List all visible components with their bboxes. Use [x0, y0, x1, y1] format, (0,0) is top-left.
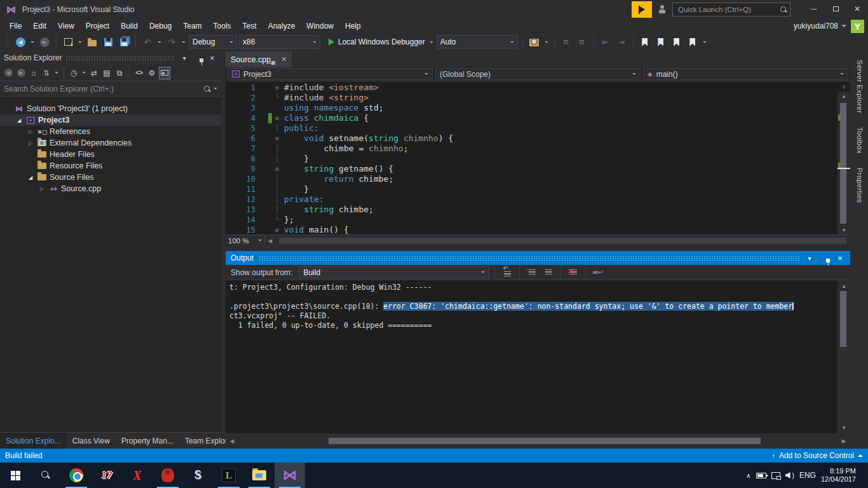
code-line-12[interactable]: 12│private:	[226, 194, 837, 205]
code-line-8[interactable]: 8│ }	[226, 154, 837, 164]
document-tab[interactable]: Source.cpp ✕	[226, 51, 292, 67]
show-hidden-icons[interactable]: ∧	[746, 472, 750, 479]
outdent-button[interactable]: ⇤	[599, 35, 613, 49]
output-line[interactable]: 1 failed, 0 up-to-date, 0 skipped ======…	[229, 321, 836, 330]
find-in-files-button[interactable]	[527, 35, 541, 49]
collapse-all-icon[interactable]: ▤	[101, 67, 112, 79]
outline-margin[interactable]: ⊟	[272, 113, 282, 123]
new-project-button[interactable]	[61, 35, 75, 49]
code-line-3[interactable]: 3using namespace std;	[226, 103, 837, 113]
start-button[interactable]	[0, 463, 31, 488]
tree-item-source-cpp[interactable]: ▷++Source.cpp	[0, 183, 221, 194]
home-icon[interactable]: ⌂	[28, 67, 39, 79]
scroll-up-icon[interactable]: ▲	[837, 281, 850, 290]
feedback-icon[interactable]	[658, 4, 668, 14]
code-line-9[interactable]: 9⊟ string getname() {	[226, 164, 837, 174]
toggle-word-wrap-icon[interactable]: ab↵	[591, 266, 605, 279]
scrollbar-thumb[interactable]	[329, 438, 761, 444]
quick-launch-input[interactable]	[678, 6, 780, 13]
project-combo[interactable]: + Project3	[227, 68, 433, 80]
notifications-flag-button[interactable]	[632, 1, 652, 18]
battery-icon[interactable]	[756, 473, 766, 478]
visual-studio[interactable]: ⋈	[275, 463, 305, 488]
back-icon[interactable]: ◀	[3, 67, 14, 79]
next-bookmark-button[interactable]: ▶	[670, 35, 684, 49]
redo-dropdown[interactable]	[180, 41, 187, 43]
chrome[interactable]	[61, 463, 92, 488]
tree-item-resource-files[interactable]: Resource Files	[0, 160, 221, 172]
sync-with-active-document-icon[interactable]: ⇄	[88, 67, 100, 79]
uncomment-button[interactable]: ⧉	[575, 35, 589, 49]
s-app[interactable]: S	[183, 463, 214, 488]
scope-combo[interactable]: (Global Scope)	[435, 68, 641, 80]
undo-dropdown[interactable]	[156, 41, 163, 43]
navigate-forward-button[interactable]: ▶	[37, 35, 51, 49]
tree-item-project3[interactable]: ◢+Project3	[0, 114, 221, 126]
red-mascot-app[interactable]	[153, 463, 183, 488]
scroll-down-icon[interactable]: ▼	[837, 423, 850, 432]
code-line-4[interactable]: 4⊟class chimdaica {	[226, 113, 837, 123]
app-17[interactable]: 17	[92, 463, 122, 488]
start-debugging-dropdown[interactable]	[428, 41, 435, 43]
navigate-back-dropdown[interactable]	[29, 41, 36, 43]
collapse-icon[interactable]: ◢	[15, 118, 23, 123]
clear-all-icon[interactable]: ✕	[566, 266, 580, 279]
close-button[interactable]: ✕	[846, 0, 868, 18]
panel-tab-class-view[interactable]: Class View	[67, 433, 116, 449]
member-combo[interactable]: ◈ main()	[643, 68, 848, 80]
output-panel-header[interactable]: Output ▾ ✕	[226, 251, 850, 265]
scroll-right-icon[interactable]: ▶	[839, 438, 849, 444]
scroll-left-icon[interactable]: ◀	[265, 238, 275, 244]
pending-changes-dropdown[interactable]	[81, 72, 87, 74]
solution-explorer-search[interactable]	[0, 81, 221, 97]
search-button[interactable]	[31, 463, 61, 488]
solution-explorer-header[interactable]: Solution Explorer ▾ ✕	[0, 51, 221, 65]
output-line[interactable]	[229, 292, 836, 302]
window-position-icon[interactable]: ▾	[179, 55, 189, 62]
side-tab-properties[interactable]: Properties	[856, 168, 864, 203]
split-editor-handle[interactable]: ↕	[837, 81, 850, 92]
side-tab-server-explorer[interactable]: Server Explorer	[856, 60, 864, 113]
toggle-bookmark-button[interactable]	[638, 35, 652, 49]
editor-horizontal-scrollbar[interactable]: 100 % ◀	[226, 234, 850, 246]
find-in-files-dropdown[interactable]	[543, 41, 550, 43]
scrollbar-thumb[interactable]	[279, 238, 846, 244]
panel-tab-solution-explo-[interactable]: Solution Explo...	[0, 433, 67, 449]
tree-item-references[interactable]: ▷References	[0, 126, 221, 137]
code-line-7[interactable]: 7│ chimbe = chimnho;	[226, 144, 837, 154]
quick-launch-box[interactable]	[672, 3, 790, 17]
menu-analyze[interactable]: Analyze	[262, 19, 301, 33]
scroll-down-icon[interactable]: ▼	[837, 226, 850, 234]
auto-combo[interactable]: Auto	[437, 35, 518, 49]
start-debugging-button[interactable]: Local Windows Debugger	[327, 35, 426, 49]
league-of-legends[interactable]: L	[214, 463, 244, 488]
close-icon[interactable]: ✕	[207, 55, 217, 62]
view-code-icon[interactable]: <>	[133, 67, 145, 79]
scrollbar-thumb[interactable]	[840, 103, 846, 224]
user-account[interactable]: yukiyudai708	[794, 19, 846, 33]
search-dropdown[interactable]	[214, 88, 217, 90]
panel-tab-property-man-[interactable]: Property Man...	[116, 433, 179, 449]
switch-views-icon[interactable]: ⇅	[41, 67, 52, 79]
outline-margin[interactable]: ⊟	[272, 133, 282, 144]
solution-explorer-search-input[interactable]	[4, 85, 201, 93]
language-indicator[interactable]: ENG	[799, 471, 816, 480]
indent-button[interactable]: ⇥	[614, 35, 628, 49]
switch-views-dropdown[interactable]	[53, 72, 60, 74]
menu-debug[interactable]: Debug	[144, 19, 177, 33]
restore-button[interactable]	[825, 0, 846, 18]
solution-platform-combo[interactable]: x86	[239, 35, 320, 49]
save-button[interactable]	[101, 35, 115, 49]
open-file-button[interactable]	[85, 35, 99, 49]
outline-margin[interactable]: ⊟	[272, 164, 282, 174]
close-icon[interactable]: ✕	[281, 55, 287, 64]
solution-configuration-combo[interactable]: Debug	[189, 35, 237, 49]
expand-icon[interactable]: ▷	[27, 129, 34, 135]
redo-button[interactable]: ↷	[165, 35, 179, 49]
menu-build[interactable]: Build	[115, 19, 144, 33]
output-content[interactable]: t: Project3, Configuration: Debug Win32 …	[226, 280, 850, 433]
add-to-source-control[interactable]: ↑ Add to Source Control	[771, 451, 863, 460]
code-line-14[interactable]: 14└};	[226, 215, 837, 225]
menu-team[interactable]: Team	[177, 19, 207, 33]
preview-selected-items-toggle[interactable]	[159, 67, 170, 79]
